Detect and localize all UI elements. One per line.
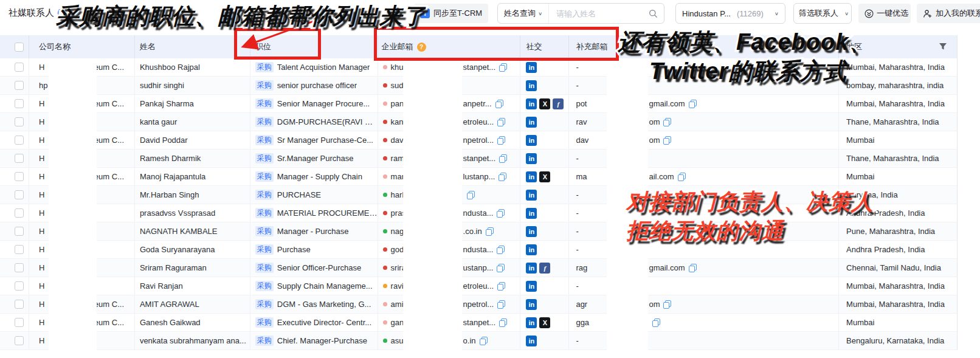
linkedin-icon[interactable]: in (526, 153, 537, 164)
social-icons: in (526, 190, 537, 201)
row-checkbox[interactable] (15, 281, 24, 291)
row-checkbox[interactable] (15, 172, 24, 181)
table-row[interactable]: H Goda Suryanarayana 采购 Purchase goda nd… (0, 241, 957, 259)
linkedin-icon[interactable]: in (526, 208, 537, 219)
copy-icon[interactable] (689, 264, 697, 272)
table-row[interactable]: H Ravi Ranjan 采购 Supply Chain Manageme..… (0, 277, 957, 295)
region-cell: Bengaluru, Karnataka, India (839, 332, 957, 349)
copy-icon[interactable] (499, 154, 507, 163)
linkedin-icon[interactable]: in (526, 98, 537, 109)
filter-funnel-icon[interactable] (939, 43, 947, 52)
table-row[interactable]: H Ramesh Dharmik 采购 Sr.Manager Purchase … (0, 150, 957, 168)
linkedin-icon[interactable]: in (526, 336, 537, 346)
x-icon[interactable]: X (539, 317, 550, 328)
sync-to-tcrm-button[interactable]: T 同步至T-CRM (414, 4, 488, 23)
x-icon[interactable]: X (539, 98, 550, 109)
row-checkbox[interactable] (15, 300, 24, 309)
table-row[interactable]: H Sriram Raguraman 采购 Senior Officer-Pur… (0, 259, 957, 277)
table-row[interactable]: H kanta gaur 采购 DGM-PURCHASE(RAVI G... k… (0, 113, 957, 131)
header-social[interactable]: 社交 (520, 35, 569, 58)
copy-icon[interactable] (497, 264, 505, 272)
email-fragment: npetrol... (463, 300, 494, 309)
linkedin-icon[interactable]: in (526, 299, 537, 310)
header-company[interactable]: 公司名称 (29, 35, 135, 58)
copy-icon[interactable] (689, 100, 697, 108)
one-click-optimize-button[interactable]: 一键优选 (858, 4, 911, 23)
row-checkbox[interactable] (15, 263, 24, 272)
copy-icon[interactable] (499, 318, 507, 327)
table-row[interactable]: H leum C... Ganesh Gaikwad 采购 Executive … (0, 314, 957, 332)
row-checkbox[interactable] (15, 227, 24, 236)
table-row[interactable]: H NAGNATH KAMBALE 采购 Manager - Purchase … (0, 222, 957, 241)
linkedin-icon[interactable]: in (526, 317, 537, 328)
header-title[interactable]: 职位 (250, 35, 378, 58)
table-row[interactable]: hp sudhir singhi 采购 senior purchase offi… (0, 77, 957, 95)
row-checkbox[interactable] (15, 318, 24, 327)
copy-icon[interactable] (678, 173, 686, 181)
table-row[interactable]: H leum C... David Poddar 采购 Sr Manager P… (0, 131, 957, 150)
linkedin-icon[interactable]: in (526, 62, 537, 73)
linkedin-icon[interactable]: in (526, 117, 537, 128)
copy-icon[interactable] (663, 300, 671, 309)
linkedin-icon[interactable]: in (526, 226, 537, 237)
search-icon[interactable] (649, 9, 664, 18)
row-checkbox[interactable] (15, 336, 24, 345)
company-filter-select[interactable]: Hindustan P... (11269) ∨ (675, 3, 785, 24)
redaction-block (607, 58, 648, 350)
linkedin-icon[interactable]: in (526, 263, 537, 274)
copy-icon[interactable] (663, 136, 671, 145)
copy-icon[interactable] (497, 136, 505, 145)
row-checkbox[interactable] (15, 190, 24, 199)
row-checkbox[interactable] (15, 154, 24, 163)
copy-icon[interactable] (499, 63, 507, 72)
copy-icon[interactable] (480, 337, 488, 345)
linkedin-icon[interactable]: in (526, 135, 537, 146)
copy-icon[interactable] (495, 100, 503, 108)
copy-icon[interactable] (497, 246, 505, 254)
row-checkbox[interactable] (15, 99, 24, 108)
social-icons: in (526, 80, 537, 91)
linkedin-icon[interactable]: in (526, 171, 537, 182)
table-row[interactable]: H prasadvss Vssprasad 采购 MATERIAL PROCUR… (0, 204, 957, 222)
header-region[interactable]: 地区 (839, 35, 957, 58)
company-name-fragment: H (39, 336, 44, 345)
row-checkbox[interactable] (15, 136, 24, 145)
copy-icon[interactable] (497, 209, 505, 218)
help-question-icon[interactable]: ? (417, 43, 426, 52)
linkedin-icon[interactable]: in (526, 190, 537, 201)
header-email[interactable]: 企业邮箱 ? (378, 35, 521, 58)
table-row[interactable]: H leum C... Pankaj Sharma 采购 Senior Mana… (0, 95, 957, 113)
email-fragment: anpetr... (463, 99, 492, 108)
copy-icon[interactable] (499, 173, 506, 181)
copy-icon[interactable] (497, 118, 505, 126)
table-row[interactable]: H leum C... Manoj Rajapantula 采购 Manager… (0, 168, 957, 186)
row-checkbox[interactable] (15, 63, 24, 72)
row-checkbox[interactable] (15, 208, 24, 218)
row-checkbox[interactable] (15, 117, 24, 126)
row-checkbox[interactable] (15, 81, 24, 90)
facebook-icon[interactable]: f (539, 263, 550, 274)
facebook-icon[interactable]: f (553, 98, 564, 109)
linkedin-icon[interactable]: in (526, 244, 537, 255)
name-query-dropdown[interactable]: 姓名查询 ∨ (498, 4, 549, 23)
select-all-checkbox[interactable] (15, 43, 24, 52)
copy-icon[interactable] (497, 282, 505, 291)
copy-icon[interactable] (467, 191, 475, 199)
row-checkbox[interactable] (15, 245, 24, 254)
linkedin-icon[interactable]: in (526, 80, 537, 91)
x-icon[interactable]: X (539, 171, 550, 182)
filter-contacts-dropdown[interactable]: 筛选联系人 ∨ (793, 3, 852, 24)
table-row[interactable]: H Mr.Harban Singh 采购 PURCHASE harb in (0, 186, 957, 204)
name-search-input[interactable] (549, 9, 649, 18)
copy-icon[interactable] (497, 300, 505, 309)
table-row[interactable]: H leum C... AMIT AGRAWAL 采购 DGM - Gas Ma… (0, 295, 957, 314)
header-extra-email[interactable]: 补充邮箱 (569, 35, 839, 58)
table-row[interactable]: H venkata subrahmanyam ana... 采购 Chief. … (0, 332, 957, 350)
copy-icon[interactable] (652, 318, 660, 327)
table-row[interactable]: H leum C... Khushboo Rajpal 采购 Talent Ac… (0, 58, 957, 77)
copy-icon[interactable] (663, 118, 671, 126)
copy-icon[interactable] (486, 227, 494, 236)
header-name[interactable]: 姓名 (135, 35, 250, 58)
add-to-my-contacts-button[interactable]: 加入我的联系 (917, 4, 980, 23)
linkedin-icon[interactable]: in (526, 281, 537, 292)
